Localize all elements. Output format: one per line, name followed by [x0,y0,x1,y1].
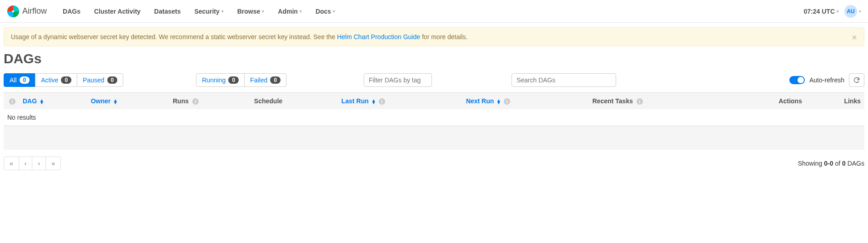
chevron-down-icon: ▾ [859,9,861,14]
sort-icon: ▴▾ [372,99,375,104]
info-icon: i [379,98,385,105]
col-actions: Actions [731,93,806,110]
nav-item-docs[interactable]: Docs▾ [316,8,335,15]
page-next[interactable]: › [32,157,46,170]
filter-running[interactable]: Running 0 [196,73,245,87]
alert-text-before: Usage of a dynamic webserver secret key … [11,33,337,40]
search-input[interactable] [512,73,616,87]
no-results-text: No results [4,109,864,126]
brand-link[interactable]: Airflow [7,5,47,18]
col-schedule: Schedule [251,93,338,110]
col-next-run[interactable]: Next Run ▴▾ i [462,93,589,110]
chevron-down-icon: ▾ [221,9,224,14]
brand-text: Airflow [22,6,47,16]
col-links: Links [806,93,864,110]
run-filter-group: Running 0 Failed 0 [196,73,286,87]
count-badge: 0 [228,76,239,84]
status-filter-group: All 0 Active 0 Paused 0 [4,73,123,87]
filter-paused[interactable]: Paused 0 [77,73,123,87]
airflow-logo-icon [7,5,20,18]
warning-alert: Usage of a dynamic webserver secret key … [4,27,864,46]
refresh-button[interactable] [849,73,864,87]
col-runs: Runs i [169,93,251,110]
info-icon: i [504,98,510,105]
alert-close-button[interactable]: × [852,32,857,43]
auto-refresh-label: Auto-refresh [809,76,844,84]
filter-failed[interactable]: Failed 0 [244,73,286,87]
info-icon: i [192,98,199,105]
count-badge: 0 [20,76,30,84]
auto-refresh-toggle[interactable] [789,76,805,84]
page-first[interactable]: « [4,157,19,170]
table-empty-row: No results [4,109,864,126]
count-badge: 0 [61,76,71,84]
nav-item-datasets[interactable]: Datasets [154,8,181,15]
nav-item-browse[interactable]: Browse▾ [237,8,265,15]
info-icon: i [9,98,15,105]
refresh-icon [853,76,860,84]
count-badge: 0 [270,76,281,84]
nav-item-security[interactable]: Security▾ [194,8,223,15]
chevron-down-icon: ▾ [300,9,302,14]
filter-all[interactable]: All 0 [4,73,35,87]
time-display[interactable]: 07:24 UTC ▾ [804,8,839,15]
pagination: « ‹ › » [4,157,61,170]
chevron-down-icon: ▾ [837,9,839,14]
controls-row: All 0 Active 0 Paused 0 Running 0 Failed… [0,73,868,92]
chevron-down-icon: ▾ [333,9,335,14]
col-last-run[interactable]: Last Run ▴▾ i [338,93,462,110]
nav-item-cluster-activity[interactable]: Cluster Activity [94,8,140,15]
sort-icon: ▴▾ [40,99,43,104]
user-menu[interactable]: AU ▾ [844,5,861,18]
page-title: DAGs [4,51,864,66]
svg-point-0 [12,10,14,12]
col-owner[interactable]: Owner ▴▾ [87,93,169,110]
page-last[interactable]: » [45,157,61,170]
alert-text-after: for more details. [420,33,467,40]
navbar: Airflow DAGs Cluster Activity Datasets S… [0,0,868,23]
col-dag[interactable]: DAG ▴▾ [19,93,87,110]
alert-link[interactable]: Helm Chart Production Guide [337,33,420,40]
footer-area: « ‹ › » Showing 0-0 of 0 DAGs [0,150,868,177]
page-count: Showing 0-0 of 0 DAGs [798,160,864,167]
dags-table-wrap: i DAG ▴▾ Owner ▴▾ Runs i Schedule Last R… [4,92,864,150]
chevron-down-icon: ▾ [262,9,264,14]
nav-item-admin[interactable]: Admin▾ [278,8,302,15]
nav-item-dags[interactable]: DAGs [63,8,80,15]
close-icon: × [852,32,857,42]
tag-filter-input[interactable] [364,73,432,87]
dags-table: i DAG ▴▾ Owner ▴▾ Runs i Schedule Last R… [4,92,864,150]
sort-icon: ▴▾ [114,99,117,104]
col-recent-tasks: Recent Tasks i [589,93,731,110]
info-icon: i [637,98,643,105]
sort-icon: ▴▾ [497,99,500,104]
filter-active[interactable]: Active 0 [35,73,77,87]
page-prev[interactable]: ‹ [19,157,33,170]
user-avatar: AU [844,5,857,18]
count-badge: 0 [107,76,118,84]
nav-links: DAGs Cluster Activity Datasets Security▾… [56,8,342,15]
page-header: DAGs [0,46,868,73]
